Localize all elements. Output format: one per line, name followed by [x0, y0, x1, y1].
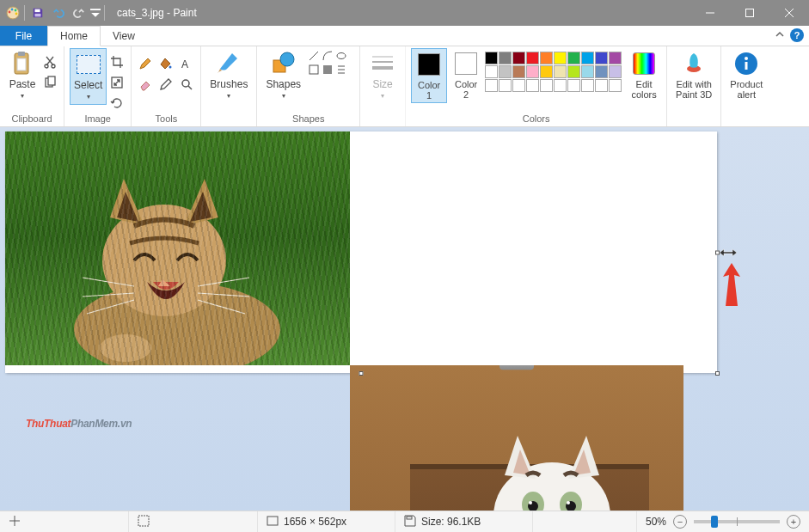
- help-button[interactable]: ?: [790, 28, 804, 42]
- rotate-icon[interactable]: [108, 95, 126, 112]
- color-swatch[interactable]: [609, 65, 622, 78]
- color2-button[interactable]: Color 2: [449, 48, 483, 101]
- select-rectangle-icon: [77, 55, 101, 74]
- color1-button[interactable]: Color 1: [411, 48, 447, 103]
- shapes-button[interactable]: Shapes▾: [262, 48, 304, 103]
- color-swatch[interactable]: [512, 79, 525, 92]
- shape-curve-icon[interactable]: [322, 50, 334, 62]
- color-swatch[interactable]: [595, 52, 608, 64]
- svg-point-34: [102, 205, 226, 316]
- edit-colors-button[interactable]: Edit colors: [627, 48, 661, 101]
- stroke-size-icon: [369, 50, 396, 77]
- eraser-icon[interactable]: [137, 76, 154, 93]
- close-button[interactable]: [769, 0, 809, 26]
- color-swatch[interactable]: [512, 65, 525, 78]
- color-swatch[interactable]: [581, 79, 594, 92]
- svg-point-35: [100, 334, 151, 362]
- collapse-ribbon-icon[interactable]: [775, 29, 785, 42]
- color-swatch[interactable]: [485, 79, 498, 92]
- group-label: Shapes: [292, 112, 324, 126]
- color-swatch[interactable]: [526, 52, 539, 64]
- undo-icon[interactable]: [49, 3, 68, 22]
- crop-icon[interactable]: [108, 53, 126, 70]
- color-swatch[interactable]: [485, 52, 498, 64]
- canvas-dimensions-text: 1656 × 562px: [284, 516, 346, 528]
- file-tab[interactable]: File: [0, 26, 47, 46]
- group-label: Tools: [156, 112, 178, 126]
- text-icon[interactable]: A: [178, 55, 195, 72]
- paint3d-icon: [680, 50, 708, 77]
- title-bar: cats_3.jpg - Paint: [0, 0, 809, 26]
- color-swatch[interactable]: [609, 52, 622, 64]
- color-swatch[interactable]: [567, 52, 580, 64]
- resize-handle-bottom[interactable]: [359, 371, 364, 376]
- ribbon-tabs: File Home View ?: [0, 26, 809, 46]
- color-swatch[interactable]: [540, 52, 553, 64]
- color-swatch[interactable]: [567, 65, 580, 78]
- svg-point-32: [745, 57, 748, 60]
- paste-button[interactable]: Paste▾: [5, 48, 40, 103]
- resize-icon[interactable]: [108, 74, 126, 91]
- shapes-gallery[interactable]: [306, 48, 354, 86]
- copy-icon[interactable]: [41, 74, 58, 91]
- shape-oval-icon[interactable]: [335, 50, 347, 62]
- redo-icon[interactable]: [70, 3, 89, 22]
- home-tab[interactable]: Home: [47, 26, 101, 46]
- maximize-button[interactable]: [730, 0, 769, 26]
- color-swatch[interactable]: [581, 65, 594, 78]
- minimize-button[interactable]: [690, 0, 730, 26]
- shape-outline-icon[interactable]: [308, 64, 320, 76]
- color-swatch[interactable]: [554, 52, 567, 64]
- svg-rect-25: [323, 65, 332, 74]
- color-swatch[interactable]: [595, 79, 608, 92]
- zoom-out-button[interactable]: −: [673, 515, 687, 529]
- color-swatch[interactable]: [526, 65, 539, 78]
- color-swatch[interactable]: [485, 65, 498, 78]
- shape-more-icon[interactable]: [335, 64, 347, 76]
- paint3d-button[interactable]: Edit with Paint 3D: [672, 48, 715, 101]
- color-swatch[interactable]: [526, 79, 539, 92]
- disk-icon: [404, 515, 416, 529]
- canvas-size-icon: [267, 515, 279, 529]
- shape-line-icon[interactable]: [308, 50, 320, 62]
- group-shapes: Shapes▾ Shapes: [257, 46, 360, 126]
- resize-handle-corner[interactable]: [715, 371, 720, 376]
- status-bar: 1656 × 562px Size: 96.1KB 50% − +: [0, 511, 809, 532]
- color-swatch[interactable]: [554, 65, 567, 78]
- cut-icon[interactable]: [41, 53, 58, 70]
- color-swatch[interactable]: [499, 65, 512, 78]
- zoom-in-button[interactable]: +: [787, 515, 800, 529]
- color2-swatch: [455, 52, 477, 75]
- zoom-slider-thumb[interactable]: [711, 516, 718, 528]
- pencil-icon[interactable]: [137, 55, 154, 72]
- save-icon[interactable]: [28, 3, 47, 22]
- shape-fill-icon[interactable]: [322, 64, 334, 76]
- brushes-button[interactable]: Brushes▾: [206, 48, 251, 103]
- canvas[interactable]: [5, 131, 717, 373]
- zoom-slider[interactable]: [694, 520, 780, 523]
- fill-icon[interactable]: [157, 55, 175, 72]
- color-swatch[interactable]: [540, 65, 553, 78]
- group-label: Colors: [523, 112, 550, 126]
- svg-point-39: [529, 501, 532, 504]
- color-swatch[interactable]: [609, 79, 622, 92]
- product-alert-button[interactable]: Product alert: [726, 48, 766, 101]
- color-swatch[interactable]: [581, 52, 594, 64]
- group-tools: A Tools: [132, 46, 201, 126]
- select-button[interactable]: Select▾: [70, 48, 107, 105]
- color-swatch[interactable]: [512, 52, 525, 64]
- color-swatch[interactable]: [595, 65, 608, 78]
- color-swatch[interactable]: [499, 52, 512, 64]
- group-size: Size▾ .: [360, 46, 406, 126]
- color-picker-icon[interactable]: [157, 76, 175, 93]
- svg-rect-24: [310, 65, 318, 74]
- view-tab[interactable]: View: [101, 26, 147, 46]
- qat-customize-icon[interactable]: [90, 3, 101, 22]
- color-swatch[interactable]: [499, 79, 512, 92]
- magnifier-icon[interactable]: [178, 76, 195, 93]
- svg-point-3: [15, 9, 17, 12]
- color-swatch[interactable]: [554, 79, 567, 92]
- color-swatch[interactable]: [567, 79, 580, 92]
- color-swatch[interactable]: [540, 79, 553, 92]
- canvas-workspace[interactable]: ThuThuatPhanMem.vn: [0, 127, 809, 511]
